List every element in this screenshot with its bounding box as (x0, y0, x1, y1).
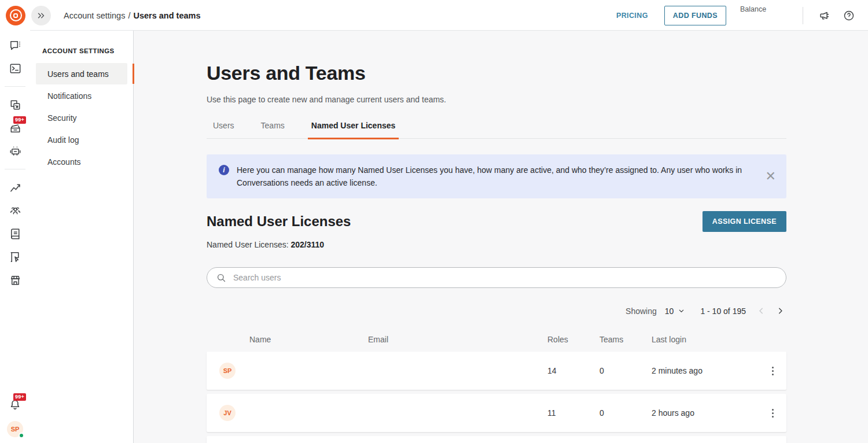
cell-last-login: 2 minutes ago (652, 366, 759, 375)
search-bar (207, 267, 786, 288)
license-usage: Named User Licenses: 202/3110 (207, 240, 786, 249)
cell-roles: 11 (547, 408, 599, 418)
sidebar-item-notifications[interactable]: Notifications (36, 85, 127, 106)
search-icon (216, 272, 227, 283)
table-row[interactable]: JV 11 0 2 hours ago (207, 394, 786, 432)
sidebar-item-label: Users and teams (47, 69, 109, 79)
user-avatar[interactable]: SP (7, 421, 23, 437)
assign-license-button[interactable]: ASSIGN LICENSE (703, 211, 786, 232)
table-header: Name Email Roles Teams Last login (207, 335, 786, 352)
page-title: Users and Teams (207, 31, 786, 84)
sidebar-item-label: Accounts (47, 157, 81, 167)
info-banner: i Here you can manage how many Named Use… (207, 154, 786, 198)
sidebar-item-label: Audit log (47, 135, 79, 145)
add-funds-button[interactable]: ADD FUNDS (664, 6, 726, 25)
user-initials: SP (11, 426, 20, 433)
analytics-icon[interactable] (8, 180, 22, 194)
cell-roles: 14 (547, 366, 599, 375)
info-banner-text: Here you can manage how many Named User … (237, 164, 754, 189)
terminal-icon[interactable] (8, 61, 22, 75)
announcements-button[interactable] (817, 8, 832, 23)
cell-teams: 0 (599, 366, 652, 375)
table-row[interactable]: SP 14 0 2 minutes ago (207, 352, 786, 390)
showing-label: Showing (626, 307, 657, 316)
chevron-down-icon (678, 307, 685, 315)
tab-users[interactable]: Users (209, 121, 238, 139)
column-email: Email (368, 335, 547, 344)
online-status-dot (19, 433, 24, 438)
forms-icon[interactable] (8, 250, 22, 264)
license-usage-label: Named User Licenses: (207, 240, 289, 249)
license-usage-value: 202/3110 (291, 240, 325, 249)
sidebar-item-label: Notifications (47, 91, 91, 101)
page-range: 1 - 10 of 195 (700, 307, 746, 316)
conversations-icon[interactable] (8, 38, 22, 52)
top-bar: Account settings / Users and teams PRICI… (0, 0, 868, 31)
tab-teams[interactable]: Teams (258, 121, 288, 139)
notifications-badge: 99+ (13, 393, 26, 401)
cell-teams: 0 (599, 408, 652, 418)
app-icon-rail: 99+ 99+ SP (0, 31, 30, 443)
expand-sidebar-button[interactable] (31, 6, 51, 25)
page-subtitle: Use this page to create new and manage c… (207, 95, 786, 104)
column-roles: Roles (547, 335, 599, 344)
avatar: JV (219, 405, 236, 421)
moments-icon[interactable] (8, 98, 22, 112)
search-input[interactable] (232, 272, 777, 283)
sidebar-item-users-and-teams[interactable]: Users and teams (36, 63, 127, 84)
balance-label: Balance (740, 5, 803, 13)
infobip-logo-icon[interactable] (6, 6, 25, 25)
topbar-border (30, 30, 868, 31)
campaigns-icon[interactable]: 99+ (8, 121, 22, 135)
section-title: Named User Licenses (207, 213, 351, 230)
sidebar-section-header: ACCOUNT SETTINGS (30, 47, 133, 54)
next-page-button[interactable] (774, 305, 786, 317)
sidebar-item-label: Security (47, 113, 77, 123)
audience-icon[interactable] (8, 204, 22, 217)
topbar-divider (803, 7, 803, 24)
page-size-dropdown[interactable]: 10 (665, 307, 686, 316)
megaphone-icon (818, 9, 831, 22)
knowledge-icon[interactable] (8, 227, 22, 241)
campaigns-badge: 99+ (13, 116, 26, 124)
table-row-partial[interactable] (207, 436, 786, 443)
rail-divider (5, 86, 25, 87)
column-last-login: Last login (652, 335, 759, 344)
rail-divider (5, 169, 25, 169)
notifications-bell-button[interactable]: 99+ (8, 398, 22, 412)
pagination-bar: Showing 10 1 - 10 of 195 (207, 305, 786, 317)
prev-page-button[interactable] (755, 305, 767, 317)
breadcrumb-separator: / (128, 11, 130, 20)
settings-sidebar: ACCOUNT SETTINGS Users and teams Notific… (30, 31, 134, 443)
chevron-left-icon (756, 306, 766, 316)
close-icon: ✕ (766, 169, 776, 183)
banner-close-button[interactable]: ✕ (763, 170, 778, 183)
exchange-icon[interactable] (8, 273, 22, 287)
sidebar-item-audit-log[interactable]: Audit log (36, 129, 127, 150)
chevron-right-icon (775, 306, 785, 316)
sidebar-item-accounts[interactable]: Accounts (36, 151, 127, 172)
avatar: SP (219, 363, 236, 379)
main-content: Users and Teams Use this page to create … (134, 31, 868, 443)
breadcrumb-current: Users and teams (133, 11, 200, 20)
double-chevron-right-icon (36, 10, 46, 21)
column-name: Name (249, 335, 368, 344)
pricing-link[interactable]: PRICING (613, 11, 652, 20)
info-icon: i (219, 165, 229, 175)
question-mark-icon (843, 9, 855, 22)
row-actions-kebab-icon[interactable] (768, 363, 777, 379)
help-button[interactable] (841, 8, 856, 23)
column-teams: Teams (599, 335, 652, 344)
breadcrumb: Account settings / Users and teams (64, 11, 201, 20)
tab-bar: Users Teams Named User Licenses (207, 121, 786, 139)
cell-last-login: 2 hours ago (652, 408, 759, 418)
answers-icon[interactable] (8, 144, 22, 158)
row-actions-kebab-icon[interactable] (768, 405, 777, 421)
breadcrumb-section[interactable]: Account settings (64, 11, 125, 20)
sidebar-item-security[interactable]: Security (36, 107, 127, 128)
tab-named-user-licenses[interactable]: Named User Licenses (308, 121, 399, 139)
page-size-value: 10 (665, 307, 674, 316)
